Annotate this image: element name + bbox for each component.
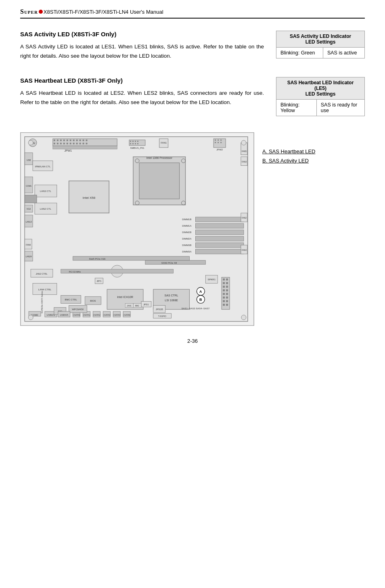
svg-text:FAN5: FAN5 bbox=[242, 150, 247, 152]
svg-rect-33 bbox=[132, 143, 134, 144]
svg-rect-35 bbox=[137, 143, 138, 144]
svg-rect-9 bbox=[70, 140, 71, 141]
svg-text:DIMM1A: DIMM1A bbox=[182, 225, 191, 227]
section1-table: SAS Activity LED Indicator LED Settings … bbox=[276, 31, 365, 58]
table-row: Blinking: Green SAS is active bbox=[276, 48, 365, 58]
svg-rect-22 bbox=[76, 143, 78, 144]
svg-text:DIMM2B: DIMM2B bbox=[182, 231, 191, 234]
svg-rect-34 bbox=[135, 143, 136, 144]
svg-rect-31 bbox=[137, 141, 138, 142]
motherboard-diagram: JPW1 SMBUS_P01 FAN1 bbox=[20, 132, 254, 326]
svg-text:Slot5 PCIe X16: Slot5 PCIe X16 bbox=[89, 258, 106, 260]
svg-text:COM1: COM1 bbox=[26, 185, 32, 187]
label-b: B. SAS Activity LED bbox=[262, 158, 365, 164]
svg-text:DIMM3A: DIMM3A bbox=[182, 250, 191, 253]
svg-text:LAN2 CTL: LAN2 CTL bbox=[40, 208, 52, 210]
svg-rect-159 bbox=[223, 293, 225, 295]
section2-table-area: SAS Heartbeat LED Indicator (LE5) LED Se… bbox=[276, 77, 365, 116]
svg-text:LAN4 CTRL: LAN4 CTRL bbox=[38, 288, 52, 291]
svg-rect-5 bbox=[57, 140, 59, 141]
section2-title: SAS Heartbeat LED (X8STi-3F Only) bbox=[20, 77, 264, 84]
section2-body: A SAS Heartbeat LED is located at LES2. … bbox=[20, 89, 264, 107]
svg-text:PCI 32 MHz: PCI 32 MHz bbox=[69, 270, 81, 273]
svg-text:FAN2: FAN2 bbox=[242, 217, 247, 219]
svg-rect-11 bbox=[76, 140, 78, 141]
section2-row1-col2: SAS is ready for use bbox=[316, 99, 364, 116]
svg-rect-13 bbox=[83, 140, 84, 141]
svg-rect-16 bbox=[57, 143, 59, 144]
svg-text:BMC CTRL: BMC CTRL bbox=[65, 298, 77, 301]
svg-rect-161 bbox=[223, 296, 225, 298]
section-sas-activity: SAS Activity LED (X8STi-3F Only) A SAS A… bbox=[20, 31, 365, 61]
svg-rect-164 bbox=[226, 300, 228, 302]
svg-text:FAN6: FAN6 bbox=[26, 244, 31, 246]
svg-rect-32 bbox=[130, 143, 131, 144]
svg-text:BMC: BMC bbox=[135, 305, 140, 307]
svg-rect-12 bbox=[80, 140, 81, 141]
svg-rect-30 bbox=[135, 141, 136, 142]
svg-point-173 bbox=[28, 140, 33, 145]
svg-rect-162 bbox=[226, 296, 228, 298]
svg-text:LAN3 CTL: LAN3 CTL bbox=[40, 190, 52, 192]
svg-rect-8 bbox=[67, 140, 68, 141]
svg-rect-7 bbox=[63, 140, 65, 141]
svg-rect-44 bbox=[218, 142, 219, 143]
section1-text: SAS Activity LED (X8STi-3F Only) A SAS A… bbox=[20, 31, 264, 61]
svg-rect-163 bbox=[223, 300, 225, 302]
svg-text:FAN3: FAN3 bbox=[242, 161, 247, 163]
svg-rect-20 bbox=[70, 143, 71, 144]
label-a: A. SAS Heartbeat LED bbox=[262, 148, 365, 154]
table-row: Blinking: Yellow SAS is ready for use bbox=[276, 99, 365, 116]
svg-text:JAN2 CTRL: JAN2 CTRL bbox=[36, 272, 47, 275]
section1-table-header: SAS Activity LED Indicator LED Settings bbox=[276, 31, 365, 48]
header-title: X8STi/X8STi-F/X8STi-3F/X8STi-LN4 User's … bbox=[44, 9, 163, 15]
svg-text:I-SATA0: I-SATA0 bbox=[73, 314, 80, 316]
svg-point-171 bbox=[28, 315, 33, 320]
svg-text:JANC: JANC bbox=[127, 305, 132, 307]
svg-rect-21 bbox=[73, 143, 75, 144]
svg-rect-17 bbox=[60, 143, 62, 144]
svg-text:I-SATA6: I-SATA6 bbox=[123, 314, 130, 316]
section1-row1-col2: SAS is active bbox=[323, 48, 364, 58]
section1-row1-col1: Blinking: Green bbox=[276, 48, 323, 58]
svg-text:JBT1: JBT1 bbox=[97, 280, 102, 282]
svg-rect-3 bbox=[53, 146, 117, 149]
svg-rect-153 bbox=[223, 282, 225, 284]
svg-rect-14 bbox=[86, 140, 88, 141]
svg-text:VGA: VGA bbox=[27, 208, 31, 210]
svg-rect-83 bbox=[195, 236, 243, 241]
motherboard-svg: JPW1 SMBUS_P01 FAN1 bbox=[21, 133, 254, 325]
svg-text:BIOS: BIOS bbox=[90, 300, 96, 302]
svg-rect-6 bbox=[60, 140, 62, 141]
svg-text:Intel 1366 Processor: Intel 1366 Processor bbox=[146, 156, 173, 159]
svg-text:SUPER● X8STi Series: SUPER● X8STi Series bbox=[41, 291, 43, 313]
svg-text:SPKR1: SPKR1 bbox=[207, 278, 216, 281]
svg-rect-40 bbox=[215, 140, 216, 141]
svg-rect-154 bbox=[226, 282, 228, 284]
svg-text:Intel X58: Intel X58 bbox=[83, 196, 96, 200]
svg-rect-18 bbox=[63, 143, 65, 144]
svg-text:JPW1: JPW1 bbox=[64, 149, 72, 152]
svg-rect-79 bbox=[195, 223, 243, 228]
svg-rect-166 bbox=[226, 304, 228, 306]
section2-text: SAS Heartbeat LED (X8STi-3F Only) A SAS … bbox=[20, 77, 264, 107]
svg-text:SX63 PCIe X8: SX63 PCIe X8 bbox=[161, 262, 177, 264]
svg-rect-157 bbox=[223, 289, 225, 291]
page-number: 2-36 bbox=[20, 338, 365, 344]
svg-text:DIMM3B: DIMM3B bbox=[182, 244, 191, 246]
svg-text:I-SATA1: I-SATA1 bbox=[83, 314, 90, 316]
svg-text:I-SATA4: I-SATA4 bbox=[113, 314, 120, 316]
svg-text:SAS CTRL: SAS CTRL bbox=[165, 294, 178, 297]
section1-title: SAS Activity LED (X8STi-3F Only) bbox=[20, 31, 264, 38]
svg-text:FAN4: FAN4 bbox=[242, 249, 247, 251]
svg-text:WPCM450: WPCM450 bbox=[72, 308, 84, 311]
svg-rect-155 bbox=[223, 286, 225, 288]
svg-rect-19 bbox=[67, 143, 68, 144]
svg-text:JPW2: JPW2 bbox=[216, 148, 223, 151]
svg-rect-152 bbox=[226, 278, 228, 280]
svg-text:LSI 1068E: LSI 1068E bbox=[165, 299, 178, 302]
svg-rect-57 bbox=[25, 195, 37, 203]
svg-rect-24 bbox=[83, 143, 84, 144]
svg-rect-42 bbox=[220, 140, 222, 141]
svg-text:USB: USB bbox=[27, 159, 31, 161]
